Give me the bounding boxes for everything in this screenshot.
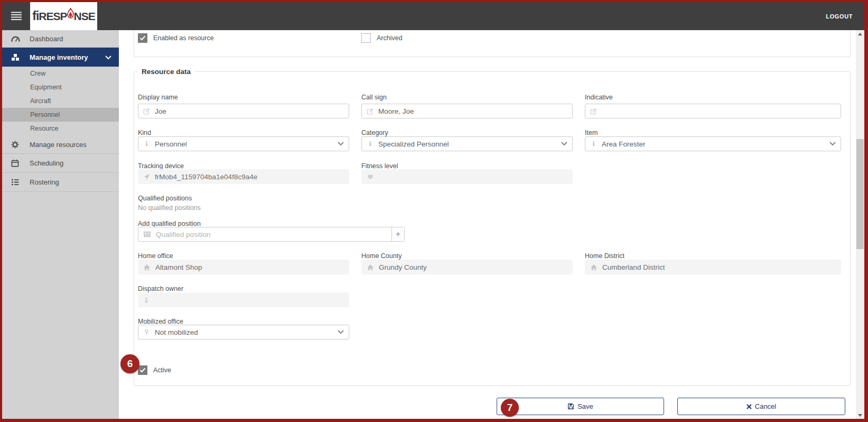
active-label: Active <box>153 366 171 374</box>
scroll-down-button[interactable] <box>856 411 864 419</box>
mobilized-office-value: Not mobilized <box>155 328 198 336</box>
logo-text-resp: RESP <box>39 10 67 23</box>
menu-button[interactable] <box>11 12 22 21</box>
checkmark-icon <box>139 35 146 41</box>
home-county-value: Grundy County <box>379 263 427 271</box>
sidebar-subitem-label: Equipment <box>30 84 62 91</box>
sidebar-subitem-label: Crew <box>30 70 45 77</box>
scroll-up-button[interactable] <box>856 30 864 38</box>
info-icon: i <box>143 140 150 148</box>
edit-icon <box>143 108 150 115</box>
chevron-down-icon <box>829 142 836 146</box>
sidebar: Dashboard Manage inventory Crew Equipmen… <box>2 30 119 419</box>
edit-icon <box>367 108 374 115</box>
resource-flags-card: Enabled as resource Archived <box>134 30 851 57</box>
call-sign-input[interactable] <box>378 107 567 115</box>
add-qualified-position-field[interactable]: + <box>138 227 405 242</box>
kind-select[interactable]: i Personnel <box>138 136 349 151</box>
scrollbar-thumb[interactable] <box>856 139 864 249</box>
info-icon: i <box>590 140 597 148</box>
kind-label: Kind <box>138 129 151 136</box>
home-icon <box>367 264 374 271</box>
sidebar-subitem-equipment[interactable]: Equipment <box>2 80 119 94</box>
menu-icon <box>11 12 22 21</box>
home-district-field: Cumberland District <box>585 260 841 274</box>
archived-label: Archived <box>377 34 403 42</box>
sidebar-subitem-aircraft[interactable]: Aircraft <box>2 94 119 108</box>
sidebar-subitem-crew[interactable]: Crew <box>2 67 119 80</box>
step-badge-7: 7 <box>501 399 519 417</box>
scroll-up-icon <box>858 33 862 35</box>
vertical-scrollbar[interactable] <box>856 30 864 419</box>
building-icon <box>143 297 150 304</box>
location-arrow-icon <box>143 173 150 180</box>
scroll-down-icon <box>858 414 862 417</box>
display-name-field[interactable] <box>138 104 349 118</box>
logout-button[interactable]: LOGOUT <box>823 2 856 30</box>
sidebar-item-label: Dashboard <box>30 35 63 43</box>
info-icon: i <box>367 140 374 148</box>
chevron-down-icon <box>338 142 344 146</box>
no-qualified-positions-text: No qualified positions <box>138 204 201 212</box>
sidebar-item-scheduling[interactable]: Scheduling <box>2 154 119 173</box>
calendar-icon <box>11 159 21 167</box>
pin-icon <box>143 328 150 336</box>
save-icon <box>567 403 574 410</box>
sidebar-item-label: Scheduling <box>30 159 63 167</box>
save-button-label: Save <box>577 402 593 410</box>
home-office-label: Home office <box>138 252 173 260</box>
gear-icon <box>11 141 21 149</box>
tracking-device-value: frMob4_1159704ba1e04f8c9a4e <box>155 173 257 181</box>
indicative-label: Indicative <box>585 94 613 101</box>
tracking-device-field: frMob4_1159704ba1e04f8c9a4e <box>138 169 349 184</box>
save-button[interactable]: Save <box>497 398 664 415</box>
tracking-device-label: Tracking device <box>138 162 184 170</box>
home-icon <box>143 264 151 271</box>
sidebar-item-manage-inventory[interactable]: Manage inventory <box>2 48 119 67</box>
display-name-input[interactable] <box>155 107 344 115</box>
sidebar-subitem-personnel[interactable]: Personnel <box>2 108 119 122</box>
home-district-value: Cumberland District <box>602 263 665 271</box>
dispatch-owner-field <box>138 292 349 307</box>
home-county-field: Grundy County <box>361 260 573 274</box>
cancel-button[interactable]: Cancel <box>677 398 845 415</box>
add-qualified-position-button[interactable]: + <box>391 227 404 241</box>
category-label: Category <box>361 129 388 136</box>
kind-value: Personnel <box>155 140 187 148</box>
app-logo[interactable]: fiRESP NSE <box>30 2 97 30</box>
call-sign-field[interactable] <box>361 104 573 118</box>
sidebar-subitem-resource[interactable]: Resource <box>2 122 119 135</box>
sidebar-item-dashboard[interactable]: Dashboard <box>2 30 119 48</box>
mobilized-office-label: Mobilized office <box>138 318 183 325</box>
category-select[interactable]: i Specialized Personnel <box>361 136 573 151</box>
mobilized-office-select[interactable]: Not mobilized <box>138 325 349 340</box>
sidebar-item-label: Manage resources <box>30 141 87 149</box>
app-window: fiRESP NSE LOGOUT Dashboard Manage inven… <box>2 2 864 419</box>
indicative-field[interactable] <box>585 104 841 118</box>
qualified-position-input[interactable] <box>156 231 387 238</box>
item-label: Item <box>585 129 598 136</box>
sidebar-item-manage-resources[interactable]: Manage resources <box>2 135 119 154</box>
display-name-label: Display name <box>138 94 178 101</box>
active-checkbox[interactable] <box>138 365 147 375</box>
fitness-level-label: Fitness level <box>361 162 398 170</box>
sidebar-item-label: Rostering <box>30 178 59 186</box>
resource-data-legend: Resource data <box>137 68 195 76</box>
resource-data-section: Resource data Display name Call sign Ind… <box>134 68 851 386</box>
edit-icon <box>590 108 597 115</box>
cancel-button-label: Cancel <box>755 402 776 410</box>
home-county-label: Home County <box>361 252 402 260</box>
enabled-as-resource-label: Enabled as resource <box>153 34 214 42</box>
sidebar-subitem-label: Aircraft <box>30 97 51 105</box>
logo-text-fi: fi <box>32 9 39 23</box>
item-value: Area Forester <box>602 140 646 148</box>
sidebar-item-rostering[interactable]: Rostering <box>2 173 119 192</box>
heart-icon <box>367 173 374 180</box>
archived-checkbox[interactable] <box>361 33 371 43</box>
home-office-value: Altamont Shop <box>155 263 202 271</box>
cubes-icon <box>11 53 21 61</box>
item-select[interactable]: i Area Forester <box>585 136 841 151</box>
enabled-as-resource-checkbox[interactable] <box>138 33 147 43</box>
indicative-input[interactable] <box>602 107 836 115</box>
checkmark-icon <box>139 368 146 373</box>
